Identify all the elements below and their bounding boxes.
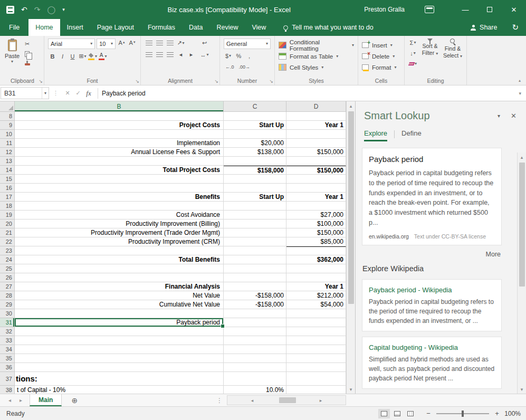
underline-button[interactable]: U xyxy=(68,52,77,61)
fill-color-button[interactable]: ▾ xyxy=(88,52,97,61)
find-select-button[interactable]: Find & Select ▾ xyxy=(443,38,463,68)
cell-B35[interactable] xyxy=(15,354,224,363)
cell-C29[interactable]: -$158,000 xyxy=(224,300,286,309)
cell-C23[interactable] xyxy=(224,246,286,255)
decrease-font-button[interactable]: A▾ xyxy=(128,40,137,49)
column-header-C[interactable]: C xyxy=(224,101,286,112)
merge-center-button[interactable]: ↔▾ xyxy=(200,50,209,59)
row-header-10[interactable]: 10 xyxy=(0,130,15,139)
cell-C13[interactable] xyxy=(224,157,286,166)
cell-C28[interactable]: -$158,000 xyxy=(224,291,286,300)
cell-C38[interactable]: 10.0% xyxy=(224,386,286,394)
zoom-in-button[interactable]: + xyxy=(492,409,502,417)
align-bottom-button[interactable] xyxy=(166,39,175,47)
scroll-down-arrow[interactable]: ▾ xyxy=(347,385,355,394)
row-header-14[interactable]: 14 xyxy=(0,166,15,175)
sort-filter-button[interactable]: Sort & Filter ▾ xyxy=(420,38,440,68)
cell-B20[interactable]: Productivity Improvement (Billing) xyxy=(15,219,224,228)
touch-mode-icon[interactable]: ◯ xyxy=(47,6,55,13)
cell-B10[interactable] xyxy=(15,130,224,139)
cell-D31[interactable] xyxy=(286,318,346,327)
copy-button[interactable] xyxy=(23,50,32,59)
zoom-out-button[interactable]: − xyxy=(424,409,433,417)
cell-B19[interactable]: Cost Avoidance xyxy=(15,211,224,219)
font-size-combo[interactable]: 10▾ xyxy=(97,39,116,49)
cell-B11[interactable]: Implementation xyxy=(15,139,224,148)
cell-B29[interactable]: Cumulative Net Value xyxy=(15,300,224,309)
formula-bar-handle[interactable]: ⋮ xyxy=(53,90,59,97)
cell-B25[interactable] xyxy=(15,264,224,273)
align-left-button[interactable] xyxy=(145,50,154,59)
row-header-15[interactable]: 15 xyxy=(0,175,15,184)
cell-C34[interactable] xyxy=(224,345,286,354)
expand-formula-bar-button[interactable]: ▾ xyxy=(514,91,526,96)
cell-D13[interactable] xyxy=(286,157,346,166)
clipboard-dialog-launcher[interactable]: ↘ xyxy=(39,79,43,84)
cell-D30[interactable] xyxy=(286,309,346,318)
cell-C35[interactable] xyxy=(224,354,286,363)
zoom-slider-thumb[interactable] xyxy=(462,411,464,417)
cell-B22[interactable]: Productivity Improvement (CRM) xyxy=(15,237,224,246)
row-header-20[interactable]: 20 xyxy=(0,219,15,228)
align-middle-button[interactable] xyxy=(155,39,164,47)
increase-font-button[interactable]: A▴ xyxy=(117,40,126,49)
cell-C26[interactable] xyxy=(224,273,286,282)
row-header-34[interactable]: 34 xyxy=(0,345,15,354)
row-header-25[interactable]: 25 xyxy=(0,264,15,273)
cell-D29[interactable]: $54,000 xyxy=(286,300,346,309)
cell-C19[interactable] xyxy=(224,211,286,219)
signed-in-user[interactable]: Preston Gralla xyxy=(364,6,405,13)
wikipedia-result-2-title[interactable]: Capital budgeting - Wikipedia xyxy=(369,343,495,351)
cell-C31[interactable] xyxy=(224,318,286,327)
row-header-22[interactable]: 22 xyxy=(0,237,15,246)
font-color-button[interactable]: A▾ xyxy=(98,52,107,61)
font-dialog-launcher[interactable]: ↘ xyxy=(135,79,139,84)
row-header-37[interactable]: 37 xyxy=(0,372,15,386)
cell-B38[interactable]: t of Capital - 10% xyxy=(15,386,224,394)
cell-D9[interactable]: Year 1 xyxy=(286,121,346,130)
cell-D27[interactable]: Year 1 xyxy=(286,282,346,291)
cell-C16[interactable] xyxy=(224,184,286,193)
cell-B16[interactable] xyxy=(15,184,224,193)
pane-scrollbar[interactable]: ▴ ▾ xyxy=(517,152,526,394)
cell-D19[interactable]: $27,000 xyxy=(286,211,346,219)
cell-B36[interactable] xyxy=(15,363,224,372)
select-all-corner[interactable] xyxy=(0,101,15,112)
cell-B9[interactable]: Project Costs xyxy=(15,121,224,130)
row-header-32[interactable]: 32 xyxy=(0,327,15,336)
column-header-D[interactable]: D xyxy=(286,101,346,112)
cell-C22[interactable] xyxy=(224,237,286,246)
cell-B14[interactable]: Total Project Costs xyxy=(15,166,224,175)
cell-B23[interactable] xyxy=(15,246,224,255)
maximize-button[interactable] xyxy=(477,0,502,19)
decrease-indent-button[interactable]: ◂ xyxy=(176,50,185,59)
row-header-33[interactable]: 33 xyxy=(0,336,15,345)
cell-B18[interactable] xyxy=(15,202,224,211)
insert-cells-button[interactable]: + Insert ▾ xyxy=(362,40,400,51)
clear-button[interactable]: ▾ xyxy=(408,59,417,68)
ribbon-display-options-icon[interactable] xyxy=(425,6,434,13)
tab-splitter-handle[interactable]: ⋮ xyxy=(212,394,227,406)
hscroll-right-arrow[interactable]: ▸ xyxy=(296,396,346,405)
row-header-28[interactable]: 28 xyxy=(0,291,15,300)
number-dialog-launcher[interactable]: ↘ xyxy=(269,79,273,84)
cell-B12[interactable]: Annual License Fees & Support xyxy=(15,148,224,157)
pane-close-button[interactable]: ✕ xyxy=(506,112,521,120)
insert-function-button[interactable]: fx xyxy=(83,89,94,98)
cell-D16[interactable] xyxy=(286,184,346,193)
tell-me-box[interactable]: Tell me what you want to do xyxy=(283,19,373,36)
horizontal-scrollbar[interactable]: ◂ ▸ xyxy=(227,395,346,405)
cell-D25[interactable] xyxy=(286,264,346,273)
minimize-button[interactable]: — xyxy=(453,0,477,19)
row-header-9[interactable]: 9 xyxy=(0,121,15,130)
orientation-button[interactable]: ↗▾ xyxy=(176,39,185,47)
row-header-21[interactable]: 21 xyxy=(0,228,15,237)
row-header-30[interactable]: 30 xyxy=(0,309,15,318)
cell-D24[interactable]: $362,000 xyxy=(286,255,346,264)
cell-D26[interactable] xyxy=(286,273,346,282)
cell-B31[interactable]: Payback period xyxy=(15,318,224,327)
row-header-13[interactable]: 13 xyxy=(0,157,15,166)
delete-cells-button[interactable]: × Delete ▾ xyxy=(362,51,400,62)
cell-D38[interactable] xyxy=(286,386,346,394)
vertical-scroll-thumb[interactable] xyxy=(348,111,354,304)
